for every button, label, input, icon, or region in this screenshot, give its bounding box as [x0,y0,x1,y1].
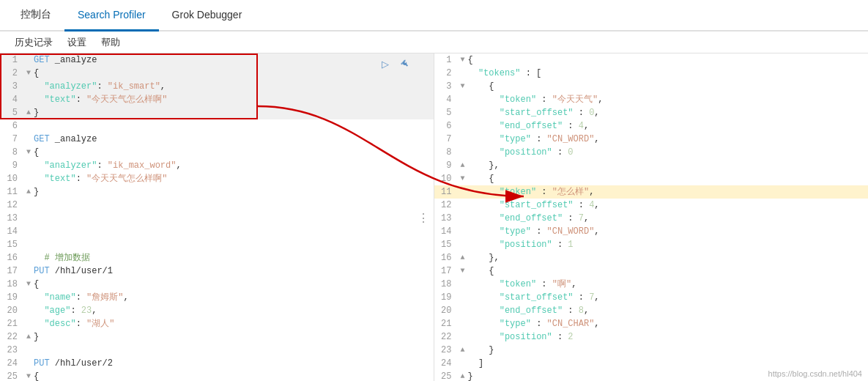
code-line-12: 12 [0,199,434,212]
code-line-4: 4 "text": "今天天气怎么样啊" [0,93,434,106]
output-line-15: 15 "position" : 1 [434,238,869,251]
code-line-8: 8 ▼ { [0,146,434,159]
code-line-25: 25 ▼ { [0,370,434,381]
code-line-5: 5 ▲ } [0,106,434,119]
code-line-17: 17 PUT /hhl/user/1 [0,265,434,278]
code-line-11: 11 ▲ } [0,185,434,199]
code-editor[interactable]: 1 GET _analyze 2 ▼ { 3 "analyzer": "ik_s… [0,53,434,381]
output-panel[interactable]: 1 ▼ { 2 "tokens" : [ 3 ▼ { 4 "token [434,53,869,381]
app-container: 控制台 Search Profiler Grok Debugger 历史记录 设… [0,0,868,381]
code-line-1: 1 GET _analyze [0,53,434,67]
code-line-22: 22 ▲ } [0,330,434,344]
output-line-21: 21 "type" : "CN_CHAR", [434,317,869,330]
output-line-19: 19 "start_offset" : 7, [434,291,869,304]
code-line-21: 21 "desc": "湖人" [0,317,434,330]
second-nav-settings[interactable]: 设置 [60,34,94,51]
watermark: https://blog.csdn.net/hl404 [768,369,862,378]
code-line-16: 16 # 增加数据 [0,251,434,265]
second-nav-help[interactable]: 帮助 [94,34,127,51]
output-line-3: 3 ▼ { [434,80,869,93]
code-line-2: 2 ▼ { [0,67,434,80]
output-line-24: 24 ] [434,357,869,370]
output-line-13: 13 "end_offset" : 7, [434,212,869,225]
code-line-15: 15 [0,238,434,251]
wrench-button[interactable] [397,56,412,71]
play-button[interactable]: ▷ [378,56,393,71]
code-line-7: 7 GET _analyze [0,133,434,146]
output-line-12: 12 "start_offset" : 4, [434,199,869,212]
nav-item-search-profiler[interactable]: Search Profiler [64,0,159,32]
output-line-7: 7 "type" : "CN_WORD", [434,133,869,146]
output-line-16: 16 ▲ }, [434,251,869,265]
code-line-24: 24 PUT /hhl/user/2 [0,357,434,370]
code-line-19: 19 "name": "詹姆斯", [0,291,434,304]
output-line-6: 6 "end_offset" : 4, [434,119,869,133]
output-line-20: 20 "end_offset" : 8, [434,304,869,317]
output-line-11: 11 "token" : "怎么样", [434,185,869,199]
code-line-13: 13 [0,212,434,225]
output-line-18: 18 "token" : "啊", [434,278,869,291]
second-nav-history[interactable]: 历史记录 [7,34,60,51]
code-line-6: 6 [0,119,434,133]
top-nav: 控制台 Search Profiler Grok Debugger [0,0,868,32]
code-line-20: 20 "age": 23, [0,304,434,317]
output-line-22: 22 "position" : 2 [434,330,869,344]
output-line-9: 9 ▲ }, [434,159,869,172]
output-line-8: 8 "position" : 0 [434,146,869,159]
editor-toolbar: ▷ [378,56,412,71]
vertical-dots[interactable]: ⋮ [418,210,429,224]
output-line-14: 14 "type" : "CN_WORD", [434,225,869,238]
main-content: ▷ ⋮ 1 GET _analyze [0,53,868,381]
code-line-3: 3 "analyzer": "ik_smart", [0,80,434,93]
output-line-10: 10 ▼ { [434,172,869,185]
second-nav: 历史记录 设置 帮助 [0,32,868,53]
nav-item-grok-debugger[interactable]: Grok Debugger [159,0,256,32]
code-line-9: 9 "analyzer": "ik_max_word", [0,159,434,172]
output-line-1: 1 ▼ { [434,53,869,67]
code-line-10: 10 "text": "今天天气怎么样啊" [0,172,434,185]
output-line-17: 17 ▼ { [434,265,869,278]
code-line-23: 23 [0,344,434,357]
nav-item-console[interactable]: 控制台 [7,0,64,32]
editor-panel: ▷ ⋮ 1 GET _analyze [0,53,434,381]
output-line-5: 5 "start_offset" : 0, [434,106,869,119]
code-line-14: 14 [0,225,434,238]
output-line-2: 2 "tokens" : [ [434,67,869,80]
code-line-18: 18 ▼ { [0,278,434,291]
output-line-4: 4 "token" : "今天天气", [434,93,869,106]
output-line-23: 23 ▲ } [434,344,869,357]
